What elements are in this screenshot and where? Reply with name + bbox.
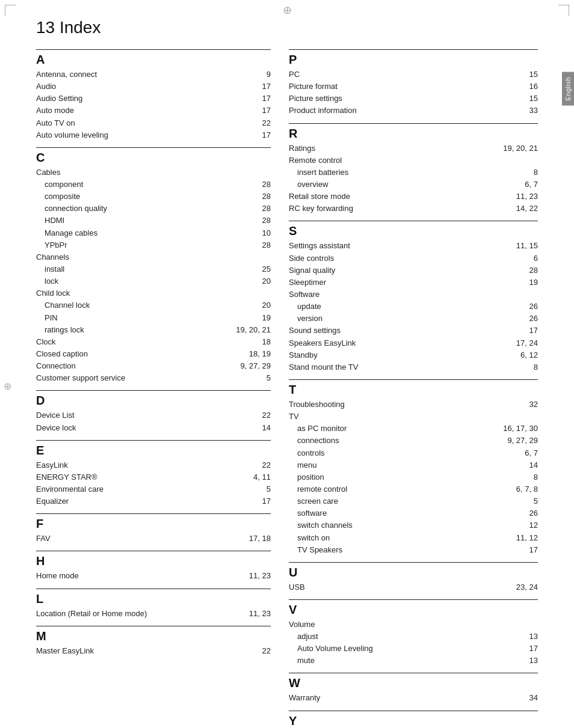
- index-entry: Environmental care5: [36, 483, 271, 495]
- entry-label: Audio: [36, 81, 56, 93]
- entry-page: 19, 20, 21: [503, 142, 538, 154]
- entry-page: 17: [508, 544, 538, 556]
- index-section-v: VVolumeadjust13Auto Volume Leveling17mut…: [289, 599, 538, 667]
- entry-label: Picture settings: [289, 93, 342, 105]
- entry-label: Sound settings: [289, 325, 341, 337]
- index-entry: PC15: [289, 69, 538, 81]
- index-entry: Customer support service5: [36, 372, 271, 384]
- entry-page: 4, 11: [241, 471, 271, 483]
- index-section-e: EEasyLink22ENERGY STAR®4, 11Environmenta…: [36, 440, 271, 508]
- entry-label: Product information: [289, 105, 357, 117]
- entry-label: insert batteries: [289, 167, 348, 179]
- entry-label: Remote control: [289, 154, 342, 167]
- page-title: 13 Index: [36, 18, 538, 37]
- index-section-r: RRatings19, 20, 21Remote controlinsert b…: [289, 123, 538, 215]
- index-entry: insert batteries8: [289, 167, 538, 179]
- entry-page: 28: [241, 215, 271, 227]
- entry-label: Device lock: [36, 422, 76, 434]
- entry-page: 6, 7: [508, 447, 538, 459]
- entry-page: 23, 24: [508, 581, 538, 593]
- entry-label: Software: [289, 289, 319, 301]
- entry-label: Picture format: [289, 81, 338, 93]
- index-entry: ENERGY STAR®4, 11: [36, 471, 271, 483]
- entry-label: update: [289, 301, 321, 313]
- index-entry: position8: [289, 471, 538, 483]
- section-letter: M: [36, 629, 46, 643]
- index-entry: Software: [289, 289, 538, 301]
- entry-page: 28: [241, 191, 271, 203]
- entry-label: switch channels: [289, 519, 353, 531]
- index-section-f: FFAV17, 18: [36, 513, 271, 545]
- index-section-w: WWarranty34: [289, 673, 538, 704]
- index-entry: mute13: [289, 655, 538, 667]
- entry-page: 34: [508, 692, 538, 704]
- entry-label: Side controls: [289, 252, 334, 265]
- index-section-t: TTroubleshooting32TVas PC monitor16, 17,…: [289, 379, 538, 556]
- index-entry: switch on11, 12: [289, 532, 538, 544]
- entry-page: 19: [241, 312, 271, 324]
- entry-page: 22: [241, 117, 271, 129]
- index-section-c: CCablescomponent28composite28connection …: [36, 147, 271, 385]
- entry-label: Settings assistant: [289, 240, 350, 252]
- entry-label: Environmental care: [36, 483, 103, 495]
- index-entry: Auto mode17: [36, 105, 271, 117]
- entry-page: 17, 24: [508, 337, 538, 349]
- index-entry: Home mode11, 23: [36, 570, 271, 582]
- index-entry: component28: [36, 179, 271, 191]
- entry-label: position: [289, 471, 324, 483]
- entry-page: 25: [241, 263, 271, 275]
- section-header: R: [289, 123, 538, 141]
- entry-page: 26: [508, 313, 538, 325]
- entry-page: 28: [241, 179, 271, 191]
- index-entry: adjust13: [289, 631, 538, 643]
- entry-label: connections: [289, 435, 339, 447]
- index-entry: Auto volume leveling17: [36, 129, 271, 141]
- section-header: F: [36, 513, 271, 531]
- index-section-h: HHome mode11, 23: [36, 551, 271, 582]
- entry-page: 19, 20, 21: [236, 324, 271, 336]
- entry-label: Auto TV on: [36, 117, 75, 129]
- entry-label: connection quality: [36, 203, 107, 215]
- entry-page: 6: [508, 252, 538, 265]
- entry-page: 22: [241, 409, 271, 421]
- entry-page: 17: [241, 105, 271, 117]
- section-letter: W: [289, 676, 300, 690]
- entry-label: adjust: [289, 631, 318, 643]
- index-entry: Cables: [36, 167, 271, 179]
- index-entry: update26: [289, 301, 538, 313]
- entry-page: 14, 22: [508, 203, 538, 215]
- entry-label: TV Speakers: [289, 544, 342, 556]
- index-entry: Closed caption18, 19: [36, 348, 271, 360]
- entry-page: 11, 23: [241, 570, 271, 582]
- entry-label: RC key forwarding: [289, 203, 353, 215]
- entry-page: 14: [508, 459, 538, 471]
- index-entry: controls6, 7: [289, 447, 538, 459]
- index-section-m: MMaster EasyLink22: [36, 626, 271, 657]
- index-entry: Connection9, 27, 29: [36, 360, 271, 372]
- index-entry: lock20: [36, 275, 271, 287]
- index-entry: Retail store mode11, 23: [289, 191, 538, 203]
- entry-label: TV: [289, 411, 299, 423]
- entry-page: 11, 12: [508, 532, 538, 544]
- index-entry: EasyLink22: [36, 459, 271, 471]
- index-entry: Auto Volume Leveling17: [289, 643, 538, 655]
- index-entry: composite28: [36, 191, 271, 203]
- entry-page: 15: [508, 93, 538, 105]
- entry-page: 5: [508, 495, 538, 507]
- section-letter: A: [36, 53, 45, 66]
- index-entry: RC key forwarding14, 22: [289, 203, 538, 215]
- entry-page: 12: [508, 519, 538, 531]
- entry-page: 17: [508, 643, 538, 655]
- section-header: C: [36, 147, 271, 165]
- index-entry: Device lock14: [36, 422, 271, 434]
- index-section-y: YYPbPr28: [289, 711, 538, 728]
- section-letter: D: [36, 394, 45, 407]
- index-entry: screen care5: [289, 495, 538, 507]
- index-entry: Equalizer17: [36, 495, 271, 507]
- section-letter: Y: [289, 714, 297, 727]
- index-columns: AAntenna, connect9Audio17Audio Setting17…: [36, 49, 538, 728]
- entry-label: mute: [289, 655, 315, 667]
- entry-label: Closed caption: [36, 348, 88, 360]
- entry-label: Standby: [289, 349, 318, 361]
- entry-label: version: [289, 313, 322, 325]
